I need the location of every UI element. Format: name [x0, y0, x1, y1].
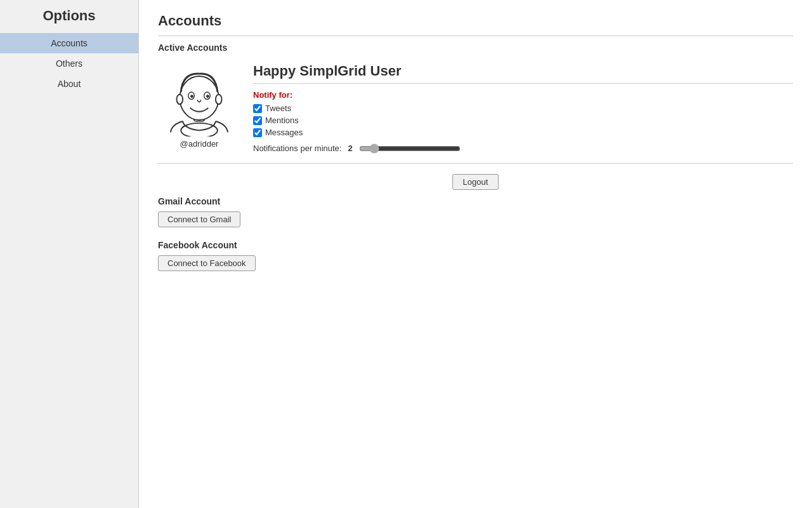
notifications-row: Notifications per minute: 2 — [253, 144, 793, 153]
tweets-label: Tweets — [265, 104, 291, 113]
svg-point-8 — [206, 95, 209, 98]
active-accounts-label: Active Accounts — [158, 43, 793, 53]
mentions-label: Mentions — [265, 116, 299, 125]
main-content: Accounts Active Accounts — [139, 0, 812, 508]
slider-container — [359, 144, 461, 153]
sidebar-item-about[interactable]: About — [0, 74, 138, 94]
notifications-per-minute-label: Notifications per minute: — [253, 144, 341, 153]
sidebar-item-others[interactable]: Others — [0, 53, 138, 74]
facebook-section-title: Facebook Account — [158, 240, 793, 250]
account-card: @adridder Happy SimplGrid User Notify fo… — [158, 60, 793, 164]
connect-facebook-button[interactable]: Connect to Facebook — [158, 255, 256, 271]
notifications-slider[interactable] — [359, 146, 461, 151]
gmail-section-title: Gmail Account — [158, 196, 793, 206]
sidebar-title: Options — [0, 0, 138, 33]
svg-point-3 — [176, 95, 183, 104]
notify-label: Notify for: — [253, 90, 793, 100]
logout-row: Logout — [158, 174, 793, 190]
gmail-section: Gmail Account Connect to Gmail — [158, 196, 793, 227]
account-info: Happy SimplGrid User Notify for: Tweets … — [253, 60, 793, 153]
checkbox-tweets: Tweets — [253, 104, 793, 113]
tweets-checkbox[interactable] — [253, 104, 262, 113]
avatar — [164, 60, 234, 137]
messages-label: Messages — [265, 128, 303, 137]
svg-point-6 — [190, 95, 193, 98]
sidebar-item-accounts[interactable]: Accounts — [0, 33, 138, 53]
sidebar: Options Accounts Others About — [0, 0, 139, 508]
svg-point-2 — [180, 76, 218, 120]
notifications-count: 2 — [348, 144, 352, 153]
avatar-area: @adridder — [158, 60, 240, 149]
checkbox-mentions: Mentions — [253, 116, 793, 125]
messages-checkbox[interactable] — [253, 128, 262, 137]
checkbox-messages: Messages — [253, 128, 793, 137]
account-display-name: Happy SimplGrid User — [253, 63, 793, 84]
page-title: Accounts — [158, 13, 793, 36]
connect-gmail-button[interactable]: Connect to Gmail — [158, 211, 240, 227]
svg-point-4 — [216, 95, 222, 104]
facebook-section: Facebook Account Connect to Facebook — [158, 240, 793, 271]
logout-button[interactable]: Logout — [452, 174, 499, 190]
mentions-checkbox[interactable] — [253, 116, 262, 125]
username: @adridder — [180, 139, 219, 149]
